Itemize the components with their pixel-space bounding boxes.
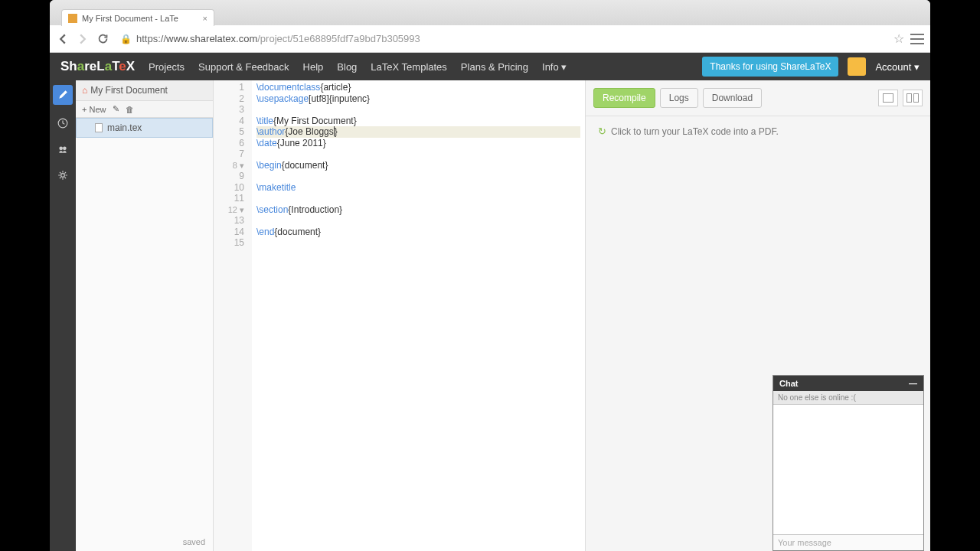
view-single-icon[interactable] xyxy=(878,90,898,106)
nav-help[interactable]: Help xyxy=(303,61,324,73)
project-header: ⌂ My First Document xyxy=(76,80,213,101)
url-scheme: https:// xyxy=(136,33,166,44)
svg-point-1 xyxy=(59,147,63,151)
preview-hint: ↻ Click to turn your LaTeX code into a P… xyxy=(586,116,930,146)
share-icon[interactable] xyxy=(55,142,70,157)
settings-icon[interactable] xyxy=(55,168,70,183)
tab-title: My First Document - LaTe xyxy=(82,14,178,23)
forward-button[interactable] xyxy=(76,32,90,46)
bookmark-star-icon[interactable]: ☆ xyxy=(893,31,904,46)
url-path: /project/51e68895fdf7a9bd7b305993 xyxy=(257,33,420,44)
chat-input[interactable]: Your message xyxy=(773,535,923,550)
file-tree-toolbar: + New ✎ 🗑 xyxy=(76,101,213,118)
thanks-banner[interactable]: Thanks for using ShareLaTeX xyxy=(702,57,838,77)
chat-messages xyxy=(773,405,923,535)
view-split-icon[interactable] xyxy=(903,90,923,106)
delete-icon[interactable]: 🗑 xyxy=(126,105,134,114)
nav-plans[interactable]: Plans & Pricing xyxy=(461,61,528,73)
line-gutter: 12345678 ▾9101112 ▾131415 xyxy=(214,80,252,551)
browser-menu-button[interactable] xyxy=(910,34,924,44)
app-navbar: ShareLaTeX Projects Support & Feedback H… xyxy=(50,53,930,80)
file-name: main.tex xyxy=(107,122,142,133)
recompile-button[interactable]: Recompile xyxy=(593,88,655,108)
nav-projects[interactable]: Projects xyxy=(149,61,185,73)
nav-info[interactable]: Info ▾ xyxy=(542,61,567,73)
chat-title: Chat xyxy=(779,379,798,388)
reload-button[interactable] xyxy=(96,32,109,46)
browser-window: My First Document - LaTe × 🔒 https://www… xyxy=(50,0,930,551)
save-status: saved xyxy=(76,533,213,551)
home-icon: ⌂ xyxy=(82,85,87,96)
url-host: www.sharelatex.com xyxy=(166,33,257,44)
nav-blog[interactable]: Blog xyxy=(337,61,357,73)
code-content[interactable]: \documentclass{article}\usepackage[utf8]… xyxy=(252,80,585,551)
account-menu[interactable]: Account ▾ xyxy=(875,61,920,73)
tab-close-icon[interactable]: × xyxy=(203,14,207,23)
nav-templates[interactable]: LaTeX Templates xyxy=(371,61,447,73)
hint-arrow-icon: ↻ xyxy=(598,126,606,137)
chat-header[interactable]: Chat — xyxy=(773,376,923,391)
chat-status: No one else is online :( xyxy=(773,391,923,405)
logs-button[interactable]: Logs xyxy=(660,88,698,108)
download-button[interactable]: Download xyxy=(703,88,762,108)
browser-toolbar: 🔒 https://www.sharelatex.com/project/51e… xyxy=(50,25,930,53)
chat-panel: Chat — No one else is online :( Your mes… xyxy=(773,375,924,551)
left-iconbar xyxy=(50,80,76,551)
new-button[interactable]: + New xyxy=(82,105,106,114)
file-tree: ⌂ My First Document + New ✎ 🗑 main.tex s… xyxy=(76,80,214,551)
browser-tab[interactable]: My First Document - LaTe × xyxy=(61,9,214,26)
svg-point-3 xyxy=(61,174,65,178)
chat-minimize-icon[interactable]: — xyxy=(909,379,917,388)
brand-logo[interactable]: ShareLaTeX xyxy=(60,59,135,74)
url-bar[interactable]: 🔒 https://www.sharelatex.com/project/51e… xyxy=(116,30,887,48)
preview-toolbar: Recompile Logs Download xyxy=(586,80,930,116)
browser-tab-strip: My First Document - LaTe × xyxy=(50,0,930,25)
history-icon[interactable] xyxy=(55,116,70,131)
nav-support[interactable]: Support & Feedback xyxy=(198,61,289,73)
nav-links: Projects Support & Feedback Help Blog La… xyxy=(149,61,567,73)
avatar[interactable] xyxy=(848,57,866,76)
back-button[interactable] xyxy=(56,32,70,46)
lock-icon: 🔒 xyxy=(120,34,132,44)
file-icon xyxy=(95,123,103,132)
edit-icon[interactable] xyxy=(53,85,73,105)
favicon-icon xyxy=(68,14,77,23)
svg-point-2 xyxy=(63,147,67,151)
code-editor[interactable]: 12345678 ▾9101112 ▾131415 \documentclass… xyxy=(214,80,586,551)
rename-icon[interactable]: ✎ xyxy=(113,104,119,114)
project-name: My First Document xyxy=(90,85,168,96)
file-item-main-tex[interactable]: main.tex xyxy=(76,118,213,138)
